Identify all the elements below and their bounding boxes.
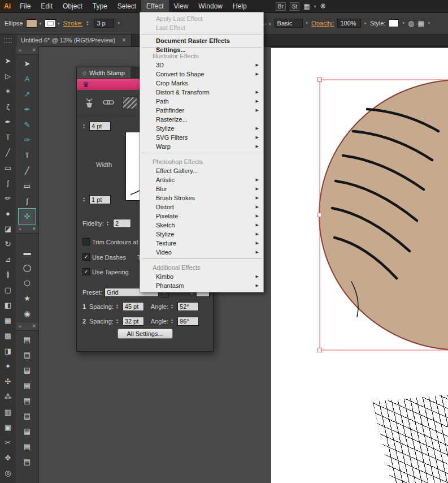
width-stamp-tool[interactable]: ✜ xyxy=(19,209,36,224)
width-stamp-tab[interactable]: ◇ Width Stamp xyxy=(77,67,131,78)
zoom-tool[interactable]: ◎ xyxy=(1,465,15,481)
menu-item-brush-strokes[interactable]: Brush Strokes▶ xyxy=(140,193,263,202)
hand-tool[interactable]: ✥ xyxy=(1,450,15,465)
as-smooth-tool[interactable]: ✑ xyxy=(19,132,36,148)
menu-help[interactable]: Help xyxy=(228,0,252,12)
stroke-color-control[interactable]: ▾ xyxy=(45,19,60,28)
stroke-weight-dropdown-icon[interactable]: ▾ xyxy=(118,21,120,25)
menu-item-convert-to-shape[interactable]: Convert to Shape▶ xyxy=(140,70,263,79)
artboard-tool[interactable]: ▣ xyxy=(1,420,15,435)
artboard-preset-tool[interactable]: ▤ xyxy=(19,347,36,363)
max-width-field[interactable]: 4 pt xyxy=(89,122,111,131)
as-type-tool[interactable]: T xyxy=(19,148,36,163)
stepper-down-icon[interactable]: ▼ xyxy=(116,321,120,324)
collapse-panel-icon[interactable]: » xyxy=(19,46,21,54)
angle-stepper[interactable]: ▲ ▼ xyxy=(171,318,175,324)
collapse-panel-icon[interactable]: » xyxy=(19,225,21,233)
column-graph-tool[interactable]: ▥ xyxy=(1,404,15,420)
spacing-field[interactable]: 45 pt xyxy=(123,302,144,311)
close-panel-icon[interactable]: × xyxy=(32,46,36,54)
as-extend-path-tool[interactable]: ↗ xyxy=(19,87,36,102)
menu-item-pixelate[interactable]: Pixelate▶ xyxy=(140,212,263,221)
width-tool[interactable]: ≬ xyxy=(1,267,15,282)
hatch-pattern-swatch[interactable] xyxy=(123,97,137,109)
stepper-down-icon[interactable]: ▼ xyxy=(171,307,175,309)
menu-item-3d[interactable]: 3D▶ xyxy=(140,61,263,70)
spacing-stepper[interactable]: ▲ ▼ xyxy=(116,318,120,324)
as-line-tool[interactable]: ╱ xyxy=(19,163,36,178)
pen-tool[interactable]: ✒ xyxy=(1,114,15,130)
stepper-down-icon[interactable]: ▼ xyxy=(190,292,195,295)
menu-edit[interactable]: Edit xyxy=(36,0,58,12)
style-swatch[interactable] xyxy=(389,19,399,27)
artboard-preset-tool[interactable]: ▤ xyxy=(19,439,36,454)
polygon-shape-tool[interactable]: ⬡ xyxy=(19,275,36,291)
toolbar-grip[interactable] xyxy=(4,38,12,43)
profile-dropdown-icon[interactable]: ▾ xyxy=(269,22,271,26)
stroke-panel-link[interactable]: Stroke: xyxy=(63,20,83,27)
scale-tool[interactable]: ⊿ xyxy=(1,252,15,267)
menu-select[interactable]: Select xyxy=(112,0,141,12)
bridge-button[interactable]: Br xyxy=(276,2,286,11)
symbol-sprayer-tool[interactable]: ⁂ xyxy=(1,389,15,404)
menu-item-stylize[interactable]: Stylize▶ xyxy=(140,230,263,239)
menu-item-distort[interactable]: Distort▶ xyxy=(140,202,263,212)
as-rectangle-tool[interactable]: ▭ xyxy=(19,178,36,193)
perspective-grid-tool[interactable]: ▦ xyxy=(1,313,15,328)
blend-tool[interactable]: ✣ xyxy=(1,374,15,389)
artwork-ellipse[interactable] xyxy=(319,80,448,350)
checkbox-box[interactable]: ✓ xyxy=(82,253,90,261)
fidelity-field[interactable]: 2 xyxy=(113,219,131,228)
artboard-preset-tool[interactable]: ▤ xyxy=(19,408,36,424)
menu-view[interactable]: View xyxy=(169,0,194,12)
artboard-preset-tool[interactable]: ▤ xyxy=(19,332,36,347)
rectangle-tool[interactable]: ▭ xyxy=(1,160,15,175)
menu-item-distort-transform[interactable]: Distort & Transform▶ xyxy=(140,88,263,97)
gradient-tool[interactable]: ◨ xyxy=(1,343,15,359)
spacing-stepper[interactable]: ▲ ▼ xyxy=(116,304,120,309)
menu-item-effect-gallery[interactable]: Effect Gallery... xyxy=(140,166,263,175)
menu-window[interactable]: Window xyxy=(193,0,228,12)
use-tapering-checkbox-row[interactable]: ✓ Use Tapering L xyxy=(82,268,143,275)
use-dashes-checkbox-row[interactable]: ✓ Use Dashes Th xyxy=(82,253,145,261)
mesh-tool[interactable]: ▩ xyxy=(1,328,15,343)
slice-tool[interactable]: ✂ xyxy=(1,435,15,450)
rotate-tool[interactable]: ↻ xyxy=(1,236,15,252)
checkbox-box[interactable]: ✓ xyxy=(82,268,90,275)
menu-item-svg-filters[interactable]: SVG Filters▶ xyxy=(140,133,263,142)
menu-item-path[interactable]: Path▶ xyxy=(140,97,263,106)
menu-item-artistic[interactable]: Artistic▶ xyxy=(140,175,263,184)
workspace-switcher-icon[interactable]: ▦ xyxy=(303,2,310,10)
eyedropper-tool[interactable]: ✦ xyxy=(1,359,15,374)
menu-type[interactable]: Type xyxy=(88,0,112,12)
opacity-field[interactable]: 100% xyxy=(337,19,361,28)
trim-contours-checkbox-row[interactable]: Trim Contours at M xyxy=(82,238,145,245)
menu-file[interactable]: File xyxy=(15,0,36,12)
stepper-down-icon[interactable]: ▼ xyxy=(86,23,90,26)
artboard-preset-tool[interactable]: ▤ xyxy=(19,378,36,393)
stock-button[interactable]: St xyxy=(290,2,299,11)
as-brush-tool[interactable]: ʃ xyxy=(19,193,36,209)
angle-stepper[interactable]: ▲ ▼ xyxy=(171,304,175,309)
artboard-preset-tool[interactable]: ▤ xyxy=(19,363,36,378)
close-panel-icon[interactable]: × xyxy=(32,225,36,233)
direct-selection-tool[interactable]: ▷ xyxy=(1,68,15,84)
paintbrush-tool[interactable]: ʃ xyxy=(1,175,15,191)
stepper-down-icon[interactable]: ▼ xyxy=(116,307,120,309)
min-width-stepper[interactable]: ▲ ▼ xyxy=(82,197,87,202)
pencil-tool[interactable]: ✏ xyxy=(1,191,15,206)
spiral-shape-tool[interactable]: ◉ xyxy=(19,306,36,321)
menu-item-phantasm[interactable]: Phantasm▶ xyxy=(140,281,263,290)
globe-icon[interactable]: ◍ xyxy=(408,19,414,28)
brush-definition-field[interactable]: Basic xyxy=(275,19,303,28)
menu-item-sketch[interactable]: Sketch▶ xyxy=(140,221,263,230)
star-shape-tool[interactable]: ★ xyxy=(19,291,36,306)
menu-item-video[interactable]: Video▶ xyxy=(140,248,263,257)
stroke-dropdown-icon[interactable]: ▾ xyxy=(58,21,60,25)
stepper-down-icon[interactable]: ▼ xyxy=(82,200,87,202)
menu-item-crop-marks[interactable]: Crop Marks xyxy=(140,79,263,88)
shape-builder-tool[interactable]: ◧ xyxy=(1,297,15,313)
stepper-down-icon[interactable]: ▼ xyxy=(82,126,87,129)
cs-live-icon[interactable]: ❋ xyxy=(320,2,326,10)
opacity-link[interactable]: Opacity: xyxy=(311,20,334,27)
